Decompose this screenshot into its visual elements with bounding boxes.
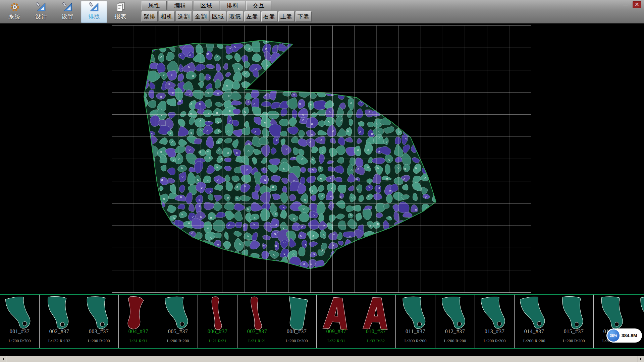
menu-button-camera[interactable]: 相机 (159, 11, 175, 22)
nesting-canvas (0, 23, 644, 294)
menu-button-cut-all[interactable]: 全割 (193, 11, 209, 22)
app-tab-settings[interactable]: 设置 (54, 1, 81, 23)
part-lr: L:200 R:200 (79, 338, 118, 344)
part-thumbnail[interactable]: 007_#37L:21 R:21 (237, 295, 277, 348)
menu-button-region[interactable]: 区域 (210, 11, 226, 22)
top-toolbar: 系统设计设置排版报表 属性编辑区域排料交互 聚排相机选割全割区域瑕疵左靠右靠上靠… (0, 0, 644, 23)
part-shape-icon (399, 296, 432, 333)
menu-row-2: 聚排相机选割全割区域瑕疵左靠右靠上靠下靠 (142, 11, 312, 22)
part-thumbnail[interactable]: 002_#37L:132 R:132 (40, 295, 79, 348)
app-tab-system[interactable]: 系统 (1, 1, 28, 23)
right-arrow-icon (640, 358, 643, 360)
menu-button-cluster-nest[interactable]: 聚排 (142, 11, 158, 22)
part-lr: L:200 R:200 (435, 338, 475, 344)
menu-button-edit[interactable]: 编辑 (168, 1, 193, 10)
part-name: 011_#37 (396, 328, 435, 335)
part-thumbnail[interactable]: 011_#37L:200 R:200 (396, 295, 435, 348)
part-thumbnail[interactable]: 009_#37L:32 R:31 (317, 295, 356, 348)
app-tab-label: 系统 (9, 13, 21, 20)
part-lr: L:31 R:31 (119, 338, 158, 344)
part-thumbnail[interactable]: 001_#37L:700 R:700 (0, 295, 40, 348)
parts-strip: 001_#37L:700 R:700002_#37L:132 R:132003_… (0, 294, 644, 349)
toolbar-menus: 属性编辑区域排料交互 聚排相机选割全割区域瑕疵左靠右靠上靠下靠 (142, 1, 312, 22)
horizontal-scrollbar[interactable] (0, 356, 644, 362)
part-lr: L:200 R:200 (554, 338, 593, 344)
part-shape-icon (239, 294, 275, 334)
part-thumbnail[interactable]: 006_#37L:21 R:21 (198, 295, 237, 348)
part-lr: L:700 R:700 (0, 338, 39, 344)
part-thumbnail[interactable]: 014_#37L:200 R:200 (515, 295, 554, 348)
app-tab-bar: 系统设计设置排版报表 (1, 0, 134, 23)
part-shape-icon (516, 294, 552, 334)
part-name: 002_#37 (40, 328, 79, 335)
progress-percent: 38% (607, 329, 620, 342)
part-shape-icon (122, 295, 155, 333)
ruler-icon (62, 2, 73, 12)
part-shape-icon (42, 294, 77, 334)
report-icon (115, 2, 126, 12)
app-tab-label: 报表 (115, 13, 127, 20)
part-name: 001_#37 (0, 328, 39, 335)
part-name: 003_#37 (79, 328, 118, 335)
app-tab-layout[interactable]: 排版 (81, 1, 107, 23)
part-shape-icon (2, 294, 38, 334)
part-thumbnail[interactable]: 010_#37L:33 R:32 (356, 295, 396, 348)
part-lr: L:200 R:200 (158, 338, 198, 344)
part-shape-icon (438, 295, 472, 333)
menu-button-nesting[interactable]: 排料 (220, 1, 245, 10)
menu-button-align-top[interactable]: 上靠 (278, 11, 294, 22)
part-thumbnail[interactable]: 008_#37L:200 R:200 (277, 295, 317, 348)
menu-button-align-bottom[interactable]: 下靠 (296, 11, 312, 22)
menu-button-align-right[interactable]: 右靠 (261, 11, 277, 22)
part-shape-icon (319, 295, 354, 334)
menu-button-defect[interactable]: 瑕疵 (227, 11, 243, 22)
menu-button-align-left[interactable]: 左靠 (244, 11, 260, 22)
window-controls: — ✕ (621, 1, 641, 8)
part-shape-icon (596, 295, 631, 334)
scroll-right-button[interactable] (638, 356, 644, 362)
part-shape-icon (637, 295, 644, 333)
part-thumbnail[interactable]: 004_#37L:31 R:31 (119, 295, 158, 348)
minimize-button[interactable]: — (621, 1, 630, 8)
nesting-canvas-svg[interactable] (0, 23, 644, 294)
part-lr: L:21 R:21 (198, 338, 237, 344)
part-name: 014_#37 (515, 328, 554, 335)
menu-button-cut-selected[interactable]: 选割 (176, 11, 192, 22)
menu-button-interact[interactable]: 交互 (246, 1, 271, 10)
part-name: 005_#37 (158, 328, 198, 335)
part-shape-icon (279, 294, 315, 334)
part-name: 012_#37 (435, 328, 475, 335)
part-thumbnail[interactable]: 015_#37L:200 R:200 (554, 295, 594, 348)
part-name: 007_#37 (237, 328, 277, 335)
part-name: 010_#37 (356, 328, 395, 335)
ruler-icon (36, 2, 47, 12)
app-tab-report[interactable]: 报表 (107, 1, 134, 23)
part-shape-icon (82, 295, 116, 334)
progress-badge: 38% 384.8M (606, 328, 642, 343)
part-thumbnail[interactable]: 005_#37L:200 R:200 (158, 295, 198, 348)
part-shape-icon (477, 295, 512, 334)
close-button[interactable]: ✕ (633, 1, 641, 8)
part-lr: L:200 R:200 (475, 338, 514, 344)
part-shape-icon (556, 294, 591, 334)
gear-icon (9, 2, 20, 12)
scroll-left-button[interactable] (0, 356, 6, 362)
part-name: 008_#37 (277, 328, 316, 335)
part-shape-icon (162, 295, 195, 333)
memory-value: 384.8M (622, 333, 637, 338)
app-tab-design[interactable]: 设计 (28, 1, 54, 23)
scrollbar-thumb[interactable] (6, 356, 638, 362)
menu-button-region[interactable]: 区域 (194, 1, 219, 10)
part-shape-icon (201, 295, 235, 334)
part-lr: L:200 R:200 (515, 338, 554, 344)
part-thumbnail[interactable]: 012_#37L:200 R:200 (435, 295, 475, 348)
app-tab-label: 设计 (35, 13, 47, 20)
part-lr: L:132 R:132 (40, 338, 79, 344)
part-name: 006_#37 (198, 328, 237, 335)
part-thumbnail[interactable]: 013_#37L:200 R:200 (475, 295, 515, 348)
part-shape-icon (359, 295, 393, 333)
part-name: 004_#37 (119, 328, 158, 335)
menu-row-1: 属性编辑区域排料交互 (142, 1, 312, 10)
part-thumbnail[interactable]: 003_#37L:200 R:200 (79, 295, 119, 348)
menu-button-properties[interactable]: 属性 (142, 1, 167, 10)
